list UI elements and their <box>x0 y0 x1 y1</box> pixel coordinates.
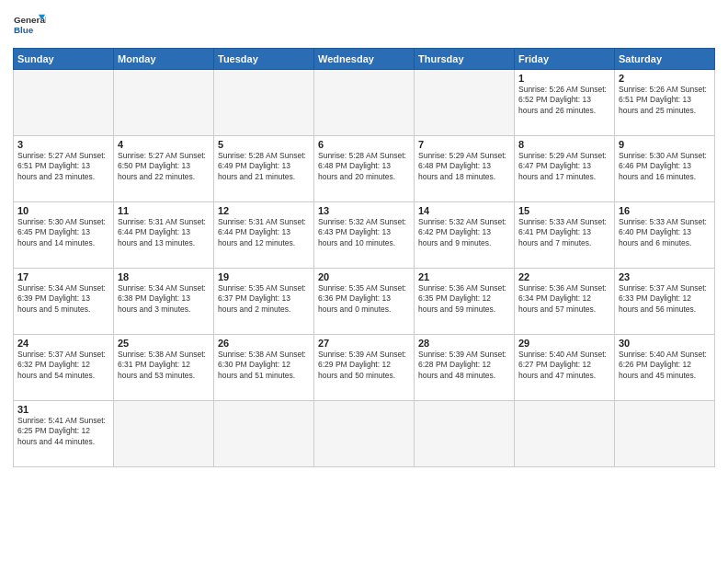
week-row-3: 10Sunrise: 5:30 AM Sunset: 6:45 PM Dayli… <box>14 202 715 269</box>
col-header-friday: Friday <box>515 49 615 70</box>
logo: General Blue <box>13 9 46 42</box>
day-number: 5 <box>218 139 310 150</box>
day-cell: 8Sunrise: 5:29 AM Sunset: 6:47 PM Daylig… <box>515 136 615 202</box>
day-number: 4 <box>118 139 210 150</box>
day-info: Sunrise: 5:39 AM Sunset: 6:28 PM Dayligh… <box>418 350 510 381</box>
day-number: 13 <box>318 205 410 216</box>
day-cell: 13Sunrise: 5:32 AM Sunset: 6:43 PM Dayli… <box>314 202 415 269</box>
calendar: SundayMondayTuesdayWednesdayThursdayFrid… <box>13 48 715 467</box>
day-number: 20 <box>318 271 410 282</box>
day-number: 14 <box>418 205 510 216</box>
day-cell: 6Sunrise: 5:28 AM Sunset: 6:48 PM Daylig… <box>314 136 415 202</box>
day-cell: 15Sunrise: 5:33 AM Sunset: 6:41 PM Dayli… <box>515 202 615 269</box>
day-info: Sunrise: 5:36 AM Sunset: 6:35 PM Dayligh… <box>418 283 510 315</box>
day-cell <box>114 401 214 467</box>
day-cell <box>415 401 515 467</box>
day-info: Sunrise: 5:32 AM Sunset: 6:42 PM Dayligh… <box>418 217 510 248</box>
day-cell: 14Sunrise: 5:32 AM Sunset: 6:42 PM Dayli… <box>415 202 515 269</box>
day-number: 18 <box>118 271 210 282</box>
day-cell: 22Sunrise: 5:36 AM Sunset: 6:34 PM Dayli… <box>515 269 615 335</box>
col-header-tuesday: Tuesday <box>214 49 314 70</box>
day-cell: 25Sunrise: 5:38 AM Sunset: 6:31 PM Dayli… <box>114 335 214 401</box>
day-info: Sunrise: 5:34 AM Sunset: 6:38 PM Dayligh… <box>118 283 210 315</box>
day-info: Sunrise: 5:35 AM Sunset: 6:36 PM Dayligh… <box>318 283 410 315</box>
svg-text:Blue: Blue <box>14 25 34 35</box>
day-cell <box>314 401 415 467</box>
day-cell: 9Sunrise: 5:30 AM Sunset: 6:46 PM Daylig… <box>615 136 715 202</box>
day-number: 2 <box>619 73 711 84</box>
day-info: Sunrise: 5:39 AM Sunset: 6:29 PM Dayligh… <box>318 350 410 381</box>
day-cell: 30Sunrise: 5:40 AM Sunset: 6:26 PM Dayli… <box>615 335 715 401</box>
day-cell <box>214 70 314 136</box>
day-number: 3 <box>17 139 109 150</box>
day-cell: 18Sunrise: 5:34 AM Sunset: 6:38 PM Dayli… <box>114 269 214 335</box>
day-cell: 23Sunrise: 5:37 AM Sunset: 6:33 PM Dayli… <box>615 269 715 335</box>
day-cell <box>14 70 114 136</box>
day-number: 12 <box>218 205 310 216</box>
day-cell <box>515 401 615 467</box>
day-info: Sunrise: 5:31 AM Sunset: 6:44 PM Dayligh… <box>218 217 310 248</box>
day-cell: 2Sunrise: 5:26 AM Sunset: 6:51 PM Daylig… <box>615 70 715 136</box>
day-cell <box>314 70 415 136</box>
day-info: Sunrise: 5:36 AM Sunset: 6:34 PM Dayligh… <box>518 283 610 315</box>
day-number: 27 <box>318 338 410 349</box>
day-cell: 3Sunrise: 5:27 AM Sunset: 6:51 PM Daylig… <box>14 136 114 202</box>
week-row-5: 24Sunrise: 5:37 AM Sunset: 6:32 PM Dayli… <box>14 335 715 401</box>
day-info: Sunrise: 5:29 AM Sunset: 6:47 PM Dayligh… <box>518 151 610 182</box>
col-header-wednesday: Wednesday <box>314 49 415 70</box>
day-cell: 29Sunrise: 5:40 AM Sunset: 6:27 PM Dayli… <box>515 335 615 401</box>
day-cell: 16Sunrise: 5:33 AM Sunset: 6:40 PM Dayli… <box>615 202 715 269</box>
day-cell: 12Sunrise: 5:31 AM Sunset: 6:44 PM Dayli… <box>214 202 314 269</box>
day-info: Sunrise: 5:27 AM Sunset: 6:51 PM Dayligh… <box>17 151 109 182</box>
day-number: 28 <box>418 338 510 349</box>
day-cell: 31Sunrise: 5:41 AM Sunset: 6:25 PM Dayli… <box>14 401 114 467</box>
day-info: Sunrise: 5:35 AM Sunset: 6:37 PM Dayligh… <box>218 283 310 315</box>
day-cell: 4Sunrise: 5:27 AM Sunset: 6:50 PM Daylig… <box>114 136 214 202</box>
day-number: 16 <box>619 205 711 216</box>
day-cell: 27Sunrise: 5:39 AM Sunset: 6:29 PM Dayli… <box>314 335 415 401</box>
day-number: 9 <box>619 139 711 150</box>
day-number: 1 <box>518 73 610 84</box>
header: General Blue <box>13 9 715 42</box>
week-row-2: 3Sunrise: 5:27 AM Sunset: 6:51 PM Daylig… <box>14 136 715 202</box>
day-info: Sunrise: 5:38 AM Sunset: 6:30 PM Dayligh… <box>218 350 310 381</box>
week-row-1: 1Sunrise: 5:26 AM Sunset: 6:52 PM Daylig… <box>14 70 715 136</box>
day-cell: 26Sunrise: 5:38 AM Sunset: 6:30 PM Dayli… <box>214 335 314 401</box>
day-info: Sunrise: 5:40 AM Sunset: 6:27 PM Dayligh… <box>518 350 610 381</box>
day-number: 31 <box>17 404 109 415</box>
day-info: Sunrise: 5:33 AM Sunset: 6:40 PM Dayligh… <box>619 217 711 248</box>
day-cell: 20Sunrise: 5:35 AM Sunset: 6:36 PM Dayli… <box>314 269 415 335</box>
day-cell: 10Sunrise: 5:30 AM Sunset: 6:45 PM Dayli… <box>14 202 114 269</box>
day-cell: 19Sunrise: 5:35 AM Sunset: 6:37 PM Dayli… <box>214 269 314 335</box>
calendar-header-row: SundayMondayTuesdayWednesdayThursdayFrid… <box>14 49 715 70</box>
day-info: Sunrise: 5:30 AM Sunset: 6:46 PM Dayligh… <box>619 151 711 182</box>
col-header-sunday: Sunday <box>14 49 114 70</box>
page: General Blue SundayMondayTuesdayWednesda… <box>0 0 728 563</box>
day-number: 29 <box>518 338 610 349</box>
day-number: 21 <box>418 271 510 282</box>
day-info: Sunrise: 5:26 AM Sunset: 6:52 PM Dayligh… <box>518 85 610 116</box>
week-row-4: 17Sunrise: 5:34 AM Sunset: 6:39 PM Dayli… <box>14 269 715 335</box>
logo-svg: General Blue <box>13 9 46 42</box>
day-number: 10 <box>17 205 109 216</box>
day-info: Sunrise: 5:38 AM Sunset: 6:31 PM Dayligh… <box>118 350 210 381</box>
day-number: 11 <box>118 205 210 216</box>
day-cell <box>415 70 515 136</box>
day-number: 6 <box>318 139 410 150</box>
day-cell <box>615 401 715 467</box>
day-info: Sunrise: 5:31 AM Sunset: 6:44 PM Dayligh… <box>118 217 210 248</box>
day-number: 19 <box>218 271 310 282</box>
day-cell: 17Sunrise: 5:34 AM Sunset: 6:39 PM Dayli… <box>14 269 114 335</box>
day-info: Sunrise: 5:32 AM Sunset: 6:43 PM Dayligh… <box>318 217 410 248</box>
day-number: 26 <box>218 338 310 349</box>
week-row-6: 31Sunrise: 5:41 AM Sunset: 6:25 PM Dayli… <box>14 401 715 467</box>
day-number: 7 <box>418 139 510 150</box>
day-number: 17 <box>17 271 109 282</box>
day-info: Sunrise: 5:37 AM Sunset: 6:33 PM Dayligh… <box>619 283 711 315</box>
day-cell: 7Sunrise: 5:29 AM Sunset: 6:48 PM Daylig… <box>415 136 515 202</box>
col-header-saturday: Saturday <box>615 49 715 70</box>
day-info: Sunrise: 5:28 AM Sunset: 6:49 PM Dayligh… <box>218 151 310 182</box>
day-cell: 28Sunrise: 5:39 AM Sunset: 6:28 PM Dayli… <box>415 335 515 401</box>
day-info: Sunrise: 5:30 AM Sunset: 6:45 PM Dayligh… <box>17 217 109 248</box>
day-cell: 5Sunrise: 5:28 AM Sunset: 6:49 PM Daylig… <box>214 136 314 202</box>
